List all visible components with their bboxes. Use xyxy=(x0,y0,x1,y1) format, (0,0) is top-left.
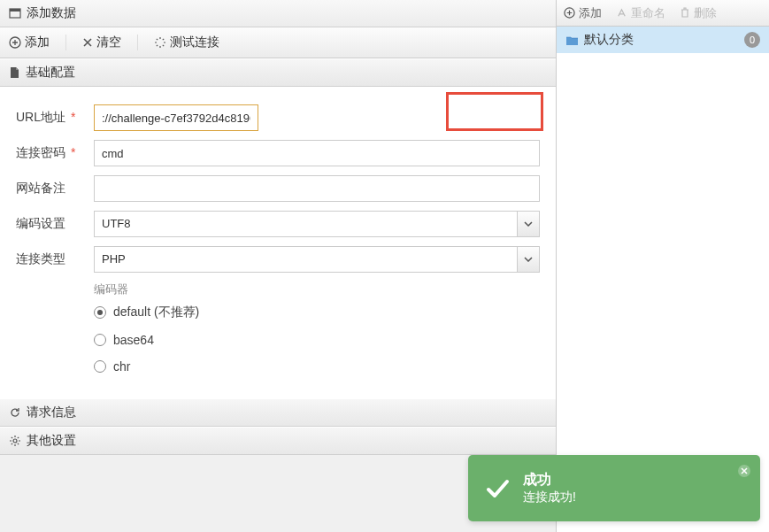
trash-icon xyxy=(680,7,690,19)
x-icon xyxy=(82,37,93,48)
radio-label: base64 xyxy=(113,333,154,347)
encoding-select[interactable]: UTF8 xyxy=(94,211,517,237)
type-dropdown-button[interactable] xyxy=(517,246,540,273)
radio-default[interactable]: default (不推荐) xyxy=(94,305,540,320)
type-select[interactable]: PHP xyxy=(94,246,517,273)
url-label: URL地址 * xyxy=(16,110,94,126)
category-row[interactable]: 默认分类 0 xyxy=(557,27,769,53)
test-label: 测试连接 xyxy=(170,35,219,50)
note-label: 网站备注 xyxy=(16,181,94,197)
password-label: 连接密码 * xyxy=(16,145,94,161)
radio-icon xyxy=(94,306,106,319)
check-icon xyxy=(484,475,511,502)
note-input[interactable] xyxy=(94,175,540,202)
section-basic[interactable]: 基础配置 xyxy=(0,58,556,87)
radio-base64[interactable]: base64 xyxy=(94,333,540,347)
svg-line-8 xyxy=(163,45,164,46)
toolbar: 添加 清空 测试连接 xyxy=(0,27,556,58)
add-label: 添加 xyxy=(25,35,50,50)
svg-line-10 xyxy=(157,45,158,46)
delete-label: 删除 xyxy=(694,5,717,21)
toast-title: 成功 xyxy=(523,471,576,490)
right-add-button[interactable]: 添加 xyxy=(564,5,602,21)
svg-line-7 xyxy=(157,39,158,40)
window-icon xyxy=(9,7,21,19)
plus-circle-icon xyxy=(9,36,21,49)
section-other-label: 其他设置 xyxy=(27,433,76,449)
right-toolbar: 添加 重命名 删除 xyxy=(557,0,769,27)
toolbar-separator xyxy=(65,35,66,50)
toast-close-button[interactable] xyxy=(737,464,751,478)
chevron-down-icon xyxy=(524,221,533,227)
password-input[interactable] xyxy=(94,140,540,166)
annotation-rect xyxy=(446,92,543,131)
toast-message: 连接成功! xyxy=(523,490,576,505)
delete-button[interactable]: 删除 xyxy=(680,5,717,21)
section-request-label: 请求信息 xyxy=(27,405,76,420)
test-connection-button[interactable]: 测试连接 xyxy=(154,35,219,50)
font-icon xyxy=(616,7,627,19)
category-name: 默认分类 xyxy=(584,32,634,48)
toolbar-separator xyxy=(137,35,138,50)
plus-circle-icon xyxy=(564,7,575,19)
type-label: 连接类型 xyxy=(16,251,94,267)
chevron-down-icon xyxy=(524,257,533,262)
add-button[interactable]: 添加 xyxy=(9,35,50,50)
count-badge: 0 xyxy=(744,32,760,48)
radio-chr[interactable]: chr xyxy=(94,359,540,374)
form-area: URL地址 * 连接密码 * 网站备注 编码设置 UTF8 xyxy=(0,87,556,398)
refresh-icon xyxy=(9,406,21,419)
section-other[interactable]: 其他设置 xyxy=(0,427,556,455)
file-icon xyxy=(9,66,20,79)
right-panel: 添加 重命名 删除 默认分类 0 xyxy=(557,0,769,532)
section-basic-label: 基础配置 xyxy=(26,65,75,81)
radio-label: default (不推荐) xyxy=(113,305,199,320)
gear-icon xyxy=(9,435,21,447)
section-request[interactable]: 请求信息 xyxy=(0,398,556,427)
folder-icon xyxy=(565,35,579,46)
encoding-dropdown-button[interactable] xyxy=(517,211,540,237)
rename-button[interactable]: 重命名 xyxy=(616,5,665,21)
svg-line-9 xyxy=(163,39,164,40)
rename-label: 重命名 xyxy=(631,5,665,21)
radio-icon xyxy=(94,360,106,373)
svg-rect-1 xyxy=(10,9,20,12)
url-input[interactable] xyxy=(94,104,258,131)
radio-label: chr xyxy=(113,359,130,374)
panel-title-bar: 添加数据 xyxy=(0,0,556,27)
svg-point-11 xyxy=(13,439,17,443)
loading-icon xyxy=(154,36,166,49)
success-toast: 成功 连接成功! xyxy=(468,455,760,521)
encoder-radio-group: default (不推荐) base64 chr xyxy=(94,305,540,374)
right-add-label: 添加 xyxy=(579,5,602,21)
left-panel: 添加数据 添加 清空 测试连接 xyxy=(0,0,557,532)
clear-button[interactable]: 清空 xyxy=(82,35,121,50)
panel-title: 添加数据 xyxy=(27,5,76,21)
encoding-label: 编码设置 xyxy=(16,216,94,232)
encoder-label: 编码器 xyxy=(94,281,540,297)
clear-label: 清空 xyxy=(96,35,121,50)
radio-icon xyxy=(94,334,106,346)
